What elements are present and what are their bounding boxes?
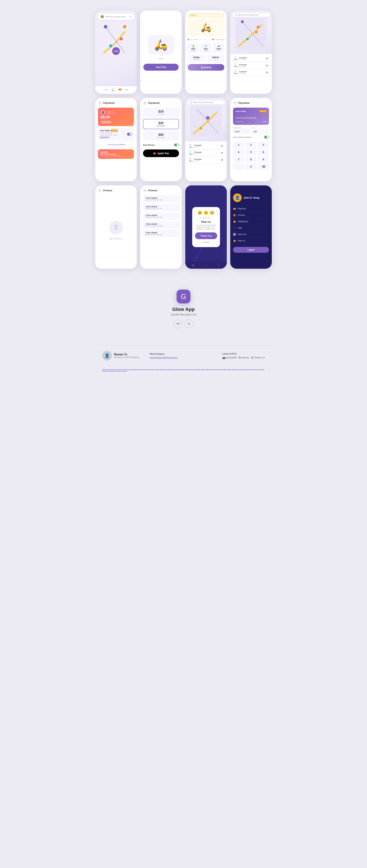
- menu-item-payment[interactable]: 💳 Payment: [233, 206, 269, 212]
- numpad-6[interactable]: 6: [258, 149, 269, 155]
- decorative-dot: [221, 369, 222, 370]
- decorative-dot: [215, 369, 216, 370]
- list-item-2[interactable]: 🛴 E-Scooter 2:16 PM $9: [187, 150, 225, 156]
- add-payment-button[interactable]: + Add Payment Method: [98, 142, 134, 148]
- promo-item-3[interactable]: 1 free unlock Expires on Dec 30, 2019: [143, 213, 179, 220]
- payment-option-50[interactable]: $50 $3 Coupon: [143, 131, 179, 141]
- star-1[interactable]: ★: [200, 216, 202, 219]
- card-toggle[interactable]: [127, 133, 132, 135]
- payment-option-20[interactable]: $20 $1 Coupon: [143, 119, 179, 129]
- behance-link[interactable]: 𝐁𝐞 ramony: [238, 356, 249, 359]
- auto-reload-label: Auto Reload: [143, 144, 154, 146]
- promo-item-2[interactable]: 1 free unlock Expires on Dec 30, 2019: [143, 204, 179, 211]
- primary-label: Set as primary payment: [233, 136, 251, 138]
- numpad-9[interactable]: 9: [258, 156, 269, 162]
- menu-item-notification[interactable]: 🔔 Notification: [233, 218, 269, 225]
- thank-you-button[interactable]: Thank You: [195, 232, 217, 239]
- twitter-link[interactable]: 🐦 Ramon_Yv: [251, 356, 265, 359]
- menu-item-promos[interactable]: 🎁 Promos: [233, 212, 269, 218]
- decorative-dot: [243, 369, 244, 370]
- close-button-promos-list[interactable]: ×: [143, 189, 147, 192]
- bottom-icon-scooter[interactable]: 🛴: [111, 88, 115, 91]
- emoji-happy[interactable]: 😊: [210, 211, 215, 215]
- decorative-dot: [166, 369, 167, 370]
- end-trip-button[interactable]: End Trip: [143, 64, 179, 71]
- map-canvas: 📍 📍 🛴 🛴 0:35: [96, 22, 135, 86]
- promo-item-1[interactable]: 1 free unlock Expires on Dec 30, 2019: [143, 195, 179, 203]
- close-button-form[interactable]: ×: [233, 101, 237, 105]
- list-item[interactable]: 🛴 E-Scooter 0 km away $9: [232, 62, 270, 68]
- emoji-meh[interactable]: 😐: [204, 211, 208, 215]
- close-button-2[interactable]: ×: [143, 101, 147, 105]
- qualifying-button[interactable]: Qualifying: [188, 64, 224, 71]
- add-funds-button[interactable]: AddFunds: [101, 121, 112, 124]
- numpad-8[interactable]: 8: [245, 156, 257, 162]
- decorative-dot: [257, 369, 258, 370]
- apple-pay-button[interactable]: 🍎 Apple Pay: [143, 150, 179, 157]
- numpad-3[interactable]: 3: [258, 142, 269, 148]
- primary-toggle[interactable]: [264, 136, 269, 138]
- star-3[interactable]: ★: [205, 216, 207, 219]
- star-4[interactable]: ★: [208, 216, 209, 219]
- speed-label: Speed: [201, 50, 210, 51]
- back-arrow-icon[interactable]: ←: [233, 189, 269, 192]
- cardholder-name: John Smith: [100, 130, 110, 132]
- list-item[interactable]: 🛴 E-Scooter 0 km away $9: [232, 69, 270, 75]
- numpad-5[interactable]: 5: [245, 149, 257, 155]
- numpad-1[interactable]: 1: [233, 142, 244, 148]
- logout-button[interactable]: Logout: [233, 247, 269, 253]
- decorative-dot: [104, 371, 105, 372]
- promo-item-5[interactable]: 1 free unlock Expires on Dec 30, 2019: [143, 230, 179, 237]
- scooter-thumb-icon: 🛴: [234, 57, 238, 60]
- contact-email[interactable]: ramandesigns9@gmail.com: [150, 356, 212, 359]
- menu-item-help[interactable]: ❓ Help: [233, 225, 269, 231]
- decorative-dot: [171, 369, 172, 370]
- close-button-promos[interactable]: ×: [98, 189, 102, 192]
- route-row: 3rv Avenue → Central Road: [188, 38, 224, 41]
- decorative-dot: [118, 371, 119, 372]
- close-button[interactable]: ×: [98, 101, 102, 105]
- amazon-badge: amazon: [111, 129, 118, 132]
- decorative-dot: [134, 369, 134, 370]
- work-enquiry-label: Work Enquiry: [150, 352, 212, 355]
- list-item-1[interactable]: 🛴 E-Scooter 2:16 PM $9: [187, 143, 225, 149]
- branding-section: G Glow App Scooter Rent App Ui Kit Xd Ui: [95, 279, 272, 345]
- screen-payments-form: × Payments John Smith amazon ···· ···· ·…: [230, 98, 272, 181]
- numpad-7[interactable]: 7: [233, 156, 244, 162]
- numpad-2[interactable]: 2: [245, 142, 257, 148]
- toggle-switch[interactable]: [127, 133, 132, 135]
- numpad-4[interactable]: 4: [233, 149, 244, 155]
- author-title: (Freelance Ui/Ux Designer): [114, 356, 139, 359]
- numpad-backspace[interactable]: ⌫: [258, 163, 269, 170]
- decorative-dot: [116, 369, 117, 370]
- cancel-button-rate[interactable]: Cancel: [203, 241, 209, 244]
- search-bar[interactable]: 👤 Where do you want to go? ⚙: [98, 13, 134, 20]
- list-item-3[interactable]: 🛴 E-Scooter 2:16 PM $9: [187, 157, 225, 163]
- instagram-link[interactable]: 📷 raman1568: [222, 356, 237, 359]
- numpad-0-left[interactable]: [233, 163, 244, 170]
- expiry-input[interactable]: 03/19: [233, 129, 250, 134]
- scooter-meta: 0 km away: [239, 66, 265, 67]
- svg-rect-22: [114, 228, 118, 229]
- bottom-icon-card[interactable]: 💳: [118, 88, 122, 91]
- search-bar-top[interactable]: 🔍 Where do you want to go?: [232, 13, 270, 17]
- menu-item-about[interactable]: ℹ️ About Us: [233, 231, 269, 238]
- star-5[interactable]: ★: [210, 216, 212, 219]
- payment-option-10[interactable]: $10 No Bonus: [143, 107, 179, 117]
- cvv-input[interactable]: 168: [252, 129, 269, 134]
- decorative-dot: [168, 369, 169, 370]
- search-bar-top-2[interactable]: 🔍 Where do you want to go?: [187, 100, 225, 104]
- filter-icon[interactable]: ⚙: [130, 16, 132, 18]
- menu-item-rate[interactable]: ⭐ Rate Us: [233, 238, 269, 244]
- numpad-0[interactable]: 0: [245, 163, 257, 170]
- payments-title-2: Payments: [148, 101, 160, 104]
- promo-item-4[interactable]: 1 free unlock Expires on Dec 30, 2019: [143, 221, 179, 228]
- decorative-dot: [248, 369, 249, 370]
- auto-reload-toggle[interactable]: [174, 144, 179, 146]
- payment-card-row[interactable]: John Smith amazon Amazon Platinum Active…: [98, 128, 134, 141]
- promo-error-card[interactable]: PROMOS Add a Promo Code You currently ha…: [98, 149, 134, 159]
- scooter-meta: 0 km away: [239, 72, 265, 74]
- star-2[interactable]: ★: [202, 216, 204, 219]
- emoji-sad[interactable]: 😢: [198, 211, 202, 215]
- list-item[interactable]: 🛴 E-Scooter 0 km away $9: [232, 56, 270, 61]
